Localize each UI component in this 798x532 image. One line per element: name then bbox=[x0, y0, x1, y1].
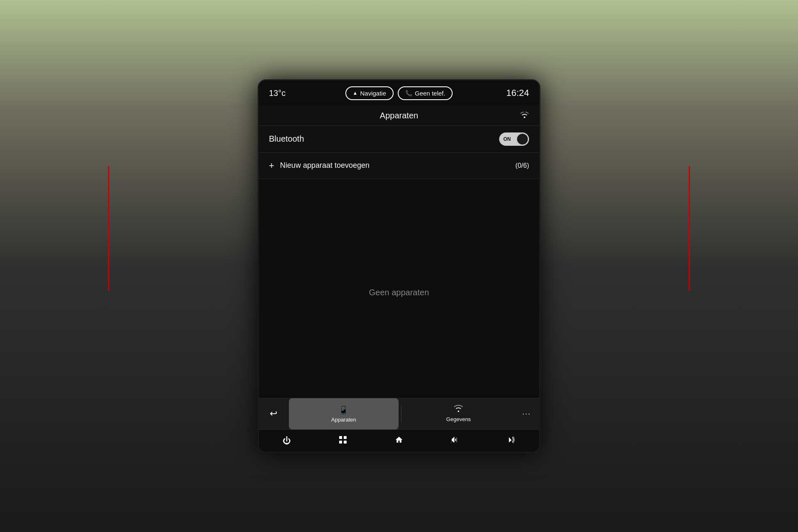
menu-grid-icon bbox=[339, 436, 347, 446]
car-surround: 13°c ▲ Navigatie 📞 Geen telef. 16:24 App… bbox=[0, 0, 798, 532]
home-button[interactable] bbox=[389, 432, 409, 449]
plus-icon: + bbox=[269, 160, 274, 171]
toggle-knob bbox=[517, 134, 528, 145]
temperature-display: 13°c bbox=[269, 88, 294, 98]
volume-down-icon bbox=[451, 436, 460, 446]
more-button[interactable]: ··· bbox=[514, 398, 539, 429]
tab-apparaten[interactable]: 📱 Apparaten bbox=[289, 398, 399, 429]
phone-button[interactable]: 📞 Geen telef. bbox=[398, 86, 453, 100]
svg-marker-8 bbox=[509, 437, 511, 442]
back-button[interactable]: ↩ bbox=[259, 398, 288, 429]
volume-up-button[interactable] bbox=[501, 432, 522, 449]
page-title: Apparaten bbox=[281, 111, 517, 120]
bluetooth-toggle[interactable]: ON bbox=[499, 132, 529, 146]
clock-display: 16:24 bbox=[504, 88, 529, 98]
phone-icon: 📞 bbox=[405, 90, 412, 96]
empty-state: Geen apparaten bbox=[259, 179, 539, 400]
apparaten-icon: 📱 bbox=[338, 405, 349, 415]
back-arrow-icon: ↩ bbox=[270, 408, 277, 419]
bottom-control-bar: ⏻ bbox=[259, 429, 539, 452]
red-stripe-right bbox=[689, 166, 690, 291]
menu-button[interactable] bbox=[332, 432, 353, 449]
svg-rect-5 bbox=[455, 439, 456, 441]
power-icon: ⏻ bbox=[283, 436, 291, 446]
wifi-tab-icon bbox=[454, 405, 463, 412]
gegevens-tab-label: Gegevens bbox=[446, 416, 471, 422]
infotainment-screen: 13°c ▲ Navigatie 📞 Geen telef. 16:24 App… bbox=[258, 79, 540, 453]
svg-rect-0 bbox=[339, 436, 342, 439]
device-count: (0/6) bbox=[515, 162, 529, 169]
tab-gegevens[interactable]: Gegevens bbox=[404, 398, 514, 429]
add-device-label: Nieuw apparaat toevoegen bbox=[280, 161, 369, 170]
gegevens-icon bbox=[454, 405, 463, 414]
navigation-button[interactable]: ▲ Navigatie bbox=[345, 86, 394, 100]
more-dots-icon: ··· bbox=[522, 409, 531, 418]
apparaten-tab-label: Apparaten bbox=[331, 417, 356, 423]
wifi-icon-container bbox=[517, 111, 529, 120]
header-bar: 13°c ▲ Navigatie 📞 Geen telef. 16:24 bbox=[259, 81, 539, 106]
volume-down-button[interactable] bbox=[445, 432, 466, 449]
svg-rect-6 bbox=[456, 437, 457, 442]
home-icon bbox=[395, 436, 403, 446]
toggle-on-label: ON bbox=[503, 136, 511, 142]
phone-button-label: Geen telef. bbox=[415, 90, 445, 97]
add-device-row[interactable]: + Nieuw apparaat toevoegen (0/6) bbox=[259, 153, 539, 179]
screen-content: Apparaten Bluetooth ON bbox=[259, 106, 539, 400]
bluetooth-row: Bluetooth ON bbox=[259, 125, 539, 153]
red-stripe-left bbox=[108, 166, 109, 291]
navigation-button-label: Navigatie bbox=[360, 90, 386, 97]
wifi-icon bbox=[520, 111, 529, 118]
header-nav-buttons: ▲ Navigatie 📞 Geen telef. bbox=[294, 86, 504, 100]
bottom-tab-bar: ↩ 📱 Apparaten Gegevens ··· bbox=[259, 398, 539, 429]
navigation-arrow-icon: ▲ bbox=[353, 90, 358, 96]
tab-divider bbox=[401, 405, 401, 422]
volume-up-icon bbox=[507, 436, 516, 446]
svg-rect-2 bbox=[339, 441, 342, 444]
page-title-row: Apparaten bbox=[259, 106, 539, 125]
svg-rect-1 bbox=[344, 436, 347, 439]
power-button[interactable]: ⏻ bbox=[276, 432, 297, 449]
add-device-left: + Nieuw apparaat toevoegen bbox=[269, 160, 369, 171]
empty-state-message: Geen apparaten bbox=[369, 288, 429, 297]
bluetooth-label: Bluetooth bbox=[269, 134, 304, 144]
svg-rect-3 bbox=[344, 441, 347, 444]
